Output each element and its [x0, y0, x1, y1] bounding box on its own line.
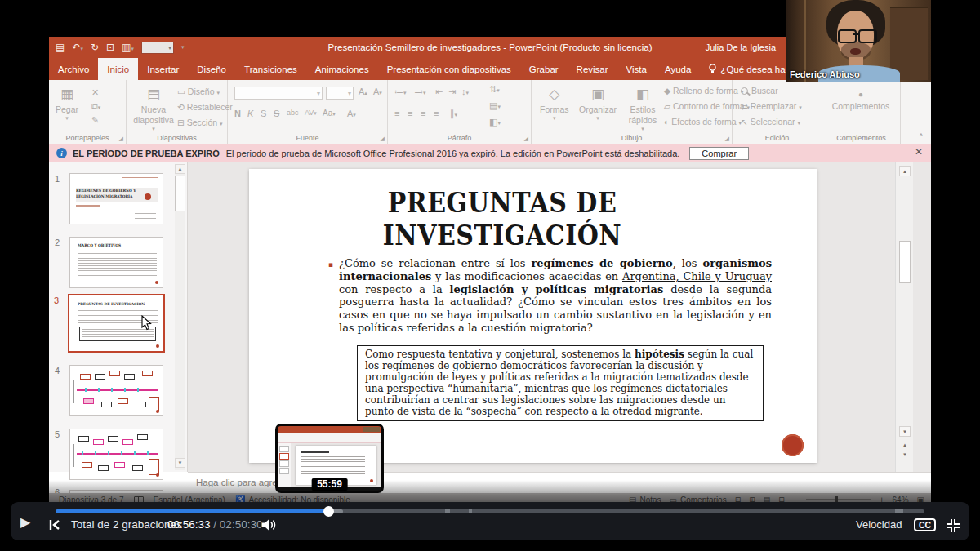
arrange-button[interactable]: ▣ Organizar▾: [579, 87, 617, 122]
scroll-down-icon[interactable]: ▼: [899, 426, 911, 437]
shapes-button[interactable]: ◇ Formas▾: [540, 87, 569, 122]
change-case-icon[interactable]: Aa▾: [323, 109, 336, 118]
clipboard-dialog-launcher[interactable]: ◢: [119, 136, 123, 142]
tab-animaciones[interactable]: Animaciones: [306, 58, 378, 80]
recordings-total-label: Total de 2 grabaciones: [71, 518, 182, 531]
search-icon: [741, 87, 748, 95]
next-slide-icon[interactable]: ▼: [899, 449, 911, 460]
bold-icon[interactable]: N: [234, 109, 241, 118]
paragraph-dialog-launcher[interactable]: ◢: [524, 136, 528, 142]
new-slide-button[interactable]: ▤ Nueva diapositiva▾: [131, 87, 176, 132]
skip-to-start-button[interactable]: [49, 514, 61, 535]
addins-button[interactable]: ● Complementos: [834, 90, 888, 112]
justify-icon[interactable]: ≡: [434, 109, 439, 118]
line-spacing-icon[interactable]: ↕▾: [461, 87, 469, 96]
close-notice-icon[interactable]: ✕: [915, 146, 923, 158]
paste-button[interactable]: ▦ Pegar▾: [56, 87, 78, 122]
tab-revisar[interactable]: Revisar: [568, 58, 617, 80]
thumbnail-slide-2[interactable]: MARCO Y OBJETIVOS: [69, 237, 163, 288]
shape-fill-button[interactable]: ◆ Relleno de forma ▾: [664, 86, 743, 96]
select-button[interactable]: ↖ Seleccionar ▾: [741, 117, 800, 127]
collapse-ribbon-icon[interactable]: ^: [920, 132, 923, 140]
progress-handle[interactable]: [323, 506, 334, 517]
font-dialog-launcher[interactable]: ◢: [381, 136, 385, 142]
exit-fullscreen-icon[interactable]: [946, 515, 960, 536]
scroll-up-icon[interactable]: ▲: [899, 166, 911, 176]
quick-styles-button[interactable]: ◧ Estilos rápidos▾: [625, 87, 661, 132]
seek-preview-thumbnail: 55:59: [275, 424, 384, 493]
powerpoint-window: ▤ ↶▾ ↻ ⊡ ▥▾ ▾ ▾ Presentación Semillero d…: [49, 37, 931, 506]
thumbnail-scrollbar[interactable]: ▲ ▼: [175, 164, 185, 470]
align-right-icon[interactable]: ≡: [421, 109, 425, 118]
slide-scrollbar[interactable]: ▲ ▼ ▲ ▼: [895, 162, 913, 472]
font-name-combo[interactable]: ▾: [234, 87, 323, 100]
volume-icon[interactable]: [261, 514, 277, 535]
tab-grabar[interactable]: Grabar: [520, 58, 568, 80]
tab-diseno[interactable]: Diseño: [188, 58, 235, 80]
align-center-icon[interactable]: ≡: [408, 109, 412, 118]
grow-font-icon[interactable]: A▴: [359, 87, 368, 96]
replace-button[interactable]: ⇄ Reemplazar ▾: [741, 101, 802, 111]
new-slide-icon: ▤: [147, 87, 160, 103]
section-button[interactable]: ⊟ Sección ▾: [177, 118, 223, 127]
font-size-combo[interactable]: ▾: [326, 87, 354, 100]
thumbnail-slide-4[interactable]: [69, 365, 163, 416]
webcam-overlay: Federico Abiuso: [786, 0, 931, 82]
time-display: 00:56:33 / 02:50:30: [167, 518, 262, 531]
addins-icon: ●: [858, 90, 863, 100]
thumbnail-slide-1[interactable]: REGÍMENES DE GOBIERNO Y LEGISLACIÓN MIGR…: [69, 173, 163, 224]
preview-red-dot: [370, 479, 373, 482]
player-control-bar: ▶ Total de 2 grabaciones 00:56:33 / 02:5…: [11, 502, 969, 540]
layout-button[interactable]: ▭ Diseño ▾: [177, 87, 220, 96]
license-notice-bar: i EL PERÍODO DE PRUEBA EXPIRÓ El periodo…: [49, 144, 931, 162]
scrollbar-thumb[interactable]: [899, 241, 911, 283]
closed-captions-button[interactable]: CC: [914, 517, 936, 531]
italic-icon[interactable]: K: [247, 109, 253, 118]
scroll-up-icon[interactable]: ▲: [175, 164, 185, 174]
play-button[interactable]: ▶: [20, 514, 30, 530]
strikethrough-icon[interactable]: S: [274, 109, 279, 118]
shrink-font-icon[interactable]: A▾: [373, 87, 382, 96]
scrollbar-thumb[interactable]: [175, 176, 185, 211]
bullets-icon[interactable]: ≔▾: [394, 87, 407, 96]
presenter-name-label: Federico Abiuso: [790, 69, 860, 79]
thumbnail-slide-5[interactable]: [69, 429, 163, 480]
progress-marker: [895, 509, 903, 513]
speed-button[interactable]: Velocidad: [856, 518, 902, 531]
tab-archivo[interactable]: Archivo: [49, 58, 98, 80]
tab-transiciones[interactable]: Transiciones: [235, 58, 306, 80]
progress-track[interactable]: [56, 509, 924, 513]
tab-inicio[interactable]: Inicio: [98, 58, 138, 80]
decrease-indent-icon[interactable]: ⇤: [435, 87, 443, 96]
buy-button[interactable]: Comprar: [689, 147, 749, 160]
tab-ayuda[interactable]: Ayuda: [656, 58, 700, 80]
group-clipboard: ▦ Pegar▾ ✕ ⧉▾ ✎ Portapapeles ◢: [49, 80, 127, 144]
copy-icon[interactable]: ⧉▾: [91, 102, 100, 111]
numbering-icon[interactable]: ≕▾: [414, 87, 426, 96]
tab-vista[interactable]: Vista: [617, 58, 656, 80]
current-slide-canvas[interactable]: PREGUNTAS DE INVESTIGACIÓN ▪ ¿Cómo se re…: [249, 169, 817, 463]
font-color-icon[interactable]: A▾: [347, 109, 356, 118]
cut-icon[interactable]: ✕: [91, 88, 99, 97]
character-spacing-icon[interactable]: AV▾: [305, 109, 317, 117]
tab-presentacion[interactable]: Presentación con diapositivas: [378, 58, 520, 80]
account-user-name[interactable]: Julia De la Iglesia: [706, 37, 776, 58]
columns-icon[interactable]: ∥▾: [450, 109, 457, 118]
drawing-dialog-launcher[interactable]: ◢: [725, 136, 729, 142]
reset-button[interactable]: ⟲ Restablecer: [177, 102, 233, 112]
glasses-bridge: [853, 33, 859, 35]
smartart-icon[interactable]: ◧▾: [489, 118, 501, 127]
progress-fill: [56, 509, 329, 513]
align-text-icon[interactable]: ▤▾: [489, 101, 501, 110]
shape-effects-button[interactable]: ◐ Efectos de forma ▾: [664, 117, 742, 127]
increase-indent-icon[interactable]: ⇥: [448, 87, 456, 96]
format-painter-icon[interactable]: ✎: [91, 116, 99, 125]
underline-icon[interactable]: S: [261, 109, 266, 118]
scroll-down-icon[interactable]: ▼: [175, 458, 185, 468]
align-left-icon[interactable]: ≡: [394, 109, 399, 118]
zoom-slider[interactable]: [806, 499, 871, 500]
clear-strike-icon[interactable]: abc: [287, 109, 299, 117]
tab-insertar[interactable]: Insertar: [138, 58, 188, 80]
text-direction-icon[interactable]: ⇅▾: [489, 85, 500, 94]
find-button[interactable]: Buscar: [741, 86, 778, 96]
